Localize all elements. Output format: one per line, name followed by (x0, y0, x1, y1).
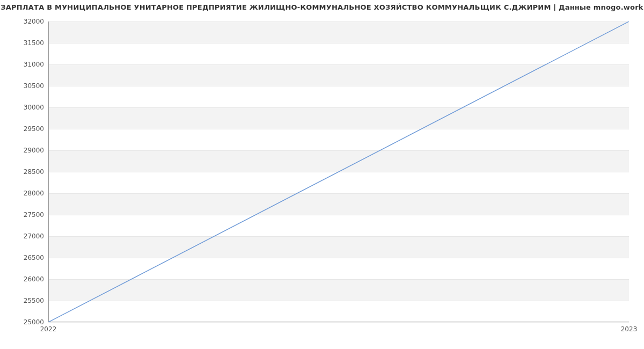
y-tick-label: 28000 (24, 190, 48, 197)
chart-container: ЗАРПЛАТА В МУНИЦИПАЛЬНОЕ УНИТАРНОЕ ПРЕДП… (0, 0, 644, 349)
y-tick-label: 31500 (24, 39, 48, 47)
y-tick-label: 28500 (24, 168, 48, 176)
y-tick-label: 32000 (24, 18, 48, 25)
y-tick-label: 26000 (24, 275, 48, 283)
plot-area: 2500025500260002650027000275002800028500… (48, 21, 629, 322)
y-tick-label: 25500 (24, 297, 48, 304)
grid-line (48, 322, 629, 323)
y-tick-label: 27000 (24, 232, 48, 240)
y-tick-label: 31000 (24, 61, 48, 68)
x-tick-label: 2023 (621, 322, 638, 333)
y-tick-label: 30000 (24, 104, 48, 111)
y-tick-label: 29000 (24, 147, 48, 154)
y-tick-label: 27500 (24, 211, 48, 219)
y-tick-label: 30500 (24, 82, 48, 90)
data-line (48, 21, 629, 322)
chart-title: ЗАРПЛАТА В МУНИЦИПАЛЬНОЕ УНИТАРНОЕ ПРЕДП… (0, 3, 644, 11)
y-tick-label: 29500 (24, 125, 48, 133)
x-tick-label: 2022 (40, 322, 57, 333)
y-tick-label: 26500 (24, 254, 48, 261)
